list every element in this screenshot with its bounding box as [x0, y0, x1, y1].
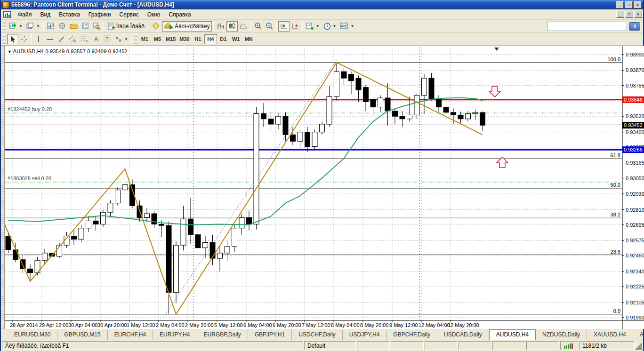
toolbar-grip[interactable]	[135, 34, 137, 44]
time-axis-label: 29 Apr 12:00	[39, 322, 68, 328]
price-chart[interactable]: 28 Apr 201429 Apr 12:0030 Apr 04:0030 Ap…	[1, 46, 644, 329]
timeframe-D1[interactable]: D1	[217, 34, 230, 44]
timeframe-M30[interactable]: M30	[177, 34, 191, 44]
timeframe-H1[interactable]: H1	[192, 34, 204, 44]
status-empty-cell	[492, 341, 525, 350]
menu-item-Вид[interactable]: Вид	[36, 10, 55, 19]
price-axis-label: 0.93990	[626, 52, 644, 57]
candle	[422, 78, 427, 95]
timeframe-MN[interactable]: MN	[242, 34, 255, 44]
timeframe-M1[interactable]: M1	[138, 34, 151, 44]
menu-item-Сервис[interactable]: Сервис	[115, 10, 143, 19]
timeframe-M5[interactable]: M5	[151, 34, 164, 44]
toolbar-grip[interactable]	[3, 22, 6, 31]
terminal-button[interactable]	[68, 21, 80, 32]
horizontal-line-tool-button[interactable]	[44, 34, 56, 44]
price-axis-label: 0.91990	[626, 315, 644, 320]
toolbar-separator	[250, 22, 251, 31]
chart-shift-button[interactable]	[290, 21, 301, 32]
data-window-button[interactable]	[91, 21, 102, 32]
zoom-out-button[interactable]	[264, 21, 275, 32]
chart-tab-GBPUSD,M15[interactable]: GBPUSD,M15	[57, 330, 107, 340]
candle	[349, 74, 354, 81]
minimize-button[interactable]: _	[616, 1, 624, 8]
strategy-tester-button[interactable]	[80, 21, 91, 32]
resize-grip[interactable]	[636, 341, 642, 350]
timeframe-M15[interactable]: M15	[164, 34, 177, 44]
search-icon[interactable]	[624, 23, 625, 30]
price-axis-label: 0.93755	[626, 83, 644, 88]
child-restore-button[interactable]: ❐	[625, 11, 633, 18]
navigator-button[interactable]	[56, 21, 68, 32]
child-close-button[interactable]: ✕	[634, 11, 642, 18]
profiles-button[interactable]: ▼	[24, 21, 42, 32]
metaeditor-button[interactable]	[150, 21, 162, 32]
collapse-triangle-icon[interactable]: ▼	[8, 49, 12, 54]
toolbar-grip[interactable]	[3, 34, 6, 44]
close-button[interactable]: ✕	[634, 1, 642, 8]
auto-scroll-button[interactable]	[278, 21, 290, 32]
toolbar-separator	[31, 34, 32, 44]
market-watch-button[interactable]	[45, 21, 56, 32]
menu-item-Файл[interactable]: Файл	[14, 10, 36, 19]
candle	[181, 219, 186, 245]
child-minimize-button[interactable]: _	[616, 11, 624, 18]
chevron-down-icon: ▼	[333, 24, 337, 28]
menu-item-Справка[interactable]: Справка	[165, 10, 195, 19]
periods-button[interactable]: ▼	[322, 21, 338, 32]
chart-tab-USDCAD,Daily[interactable]: USDCAD,Daily	[437, 330, 489, 340]
new-chart-button[interactable]: ▼	[7, 21, 24, 32]
chart-tab-XAUUSD,H4[interactable]: XAUUSD,H4	[587, 330, 633, 340]
menu-item-Окно[interactable]: Окно	[143, 10, 165, 19]
chart-tab-AUDUSD,H4[interactable]: AUDUSD,H4	[489, 329, 536, 340]
chart-tab-USDCHF,Daily[interactable]: USDCHF,Daily	[292, 330, 343, 340]
trendline-tool-button[interactable]	[56, 34, 67, 44]
text-tool-button[interactable]: A	[90, 34, 102, 44]
timeframe-W1[interactable]: W1	[230, 34, 242, 44]
candle	[203, 243, 208, 248]
fibonacci-level-label: 38.2	[611, 212, 620, 217]
fibonacci-tool-button[interactable]: F	[79, 34, 90, 44]
timeframe-H4[interactable]: H4	[204, 34, 217, 44]
equidistant-channel-tool-button[interactable]: E	[67, 34, 79, 44]
chart-window[interactable]: 28 Apr 201429 Apr 12:0030 Apr 04:0030 Ap…	[1, 46, 644, 328]
candle	[436, 99, 442, 107]
time-axis-label: 12 May 20:00	[448, 322, 479, 328]
maximize-button[interactable]: ❐	[625, 1, 633, 8]
menu-item-Вставка[interactable]: Вставка	[55, 10, 84, 19]
crosshair-tool-button[interactable]	[18, 34, 30, 44]
search-input[interactable]	[547, 23, 624, 30]
status-help-text: Äëÿ ñïðàâêè, íàæìèòå F1	[2, 341, 303, 350]
chart-tab-AUDNZD,Daily[interactable]: AUDNZD,Daily	[633, 330, 644, 340]
candle	[378, 98, 383, 107]
arrows-tool-button[interactable]: ▼	[113, 34, 130, 44]
new-order-button[interactable]: Íîâûé Îðäåð	[105, 21, 146, 32]
status-empty-cell	[459, 341, 491, 350]
chart-tab-EURGBP,Daily[interactable]: EURGBP,Daily	[197, 330, 248, 340]
chart-tab-GBPJPY,H1[interactable]: GBPJPY,H1	[248, 330, 292, 340]
indicators-button[interactable]: ▼	[304, 21, 322, 32]
candlestick-mode-button[interactable]	[226, 21, 238, 32]
title-bar[interactable]: 565896: Panteon Client Terminal - Демо С…	[1, 0, 643, 9]
candle	[393, 111, 398, 116]
text-label-tool-button[interactable]: T	[102, 34, 113, 44]
chart-tab-GBPCHF,Daily[interactable]: GBPCHF,Daily	[386, 330, 437, 340]
notifications-badge[interactable]: 4	[629, 22, 640, 31]
chart-tab-EURCHF,H4[interactable]: EURCHF,H4	[108, 330, 153, 340]
chart-window-icon[interactable]	[3, 11, 11, 18]
chart-left-grip	[1, 46, 5, 329]
line-chart-mode-button[interactable]	[238, 21, 249, 32]
vertical-line-tool-button[interactable]	[33, 34, 44, 44]
cursor-tool-button[interactable]	[7, 34, 18, 44]
autotrading-button[interactable]: Àâòî-òîðãîâëÿ	[162, 21, 212, 32]
menu-item-Графики[interactable]: Графики	[84, 10, 115, 19]
chart-tab-NZDUSD,Daily[interactable]: NZDUSD,Daily	[536, 330, 587, 340]
candle	[363, 88, 369, 102]
candle	[305, 132, 310, 147]
zoom-in-button[interactable]	[252, 21, 264, 32]
bar-chart-mode-button[interactable]	[215, 21, 226, 32]
chart-tab-USDJPY,H4[interactable]: USDJPY,H4	[343, 330, 386, 340]
chart-tab-EURJPY,H4[interactable]: EURJPY,H4	[153, 330, 197, 340]
chart-tab-EURUSD,M30[interactable]: EURUSD,M30	[8, 330, 57, 340]
templates-button[interactable]: ▼	[338, 21, 356, 32]
